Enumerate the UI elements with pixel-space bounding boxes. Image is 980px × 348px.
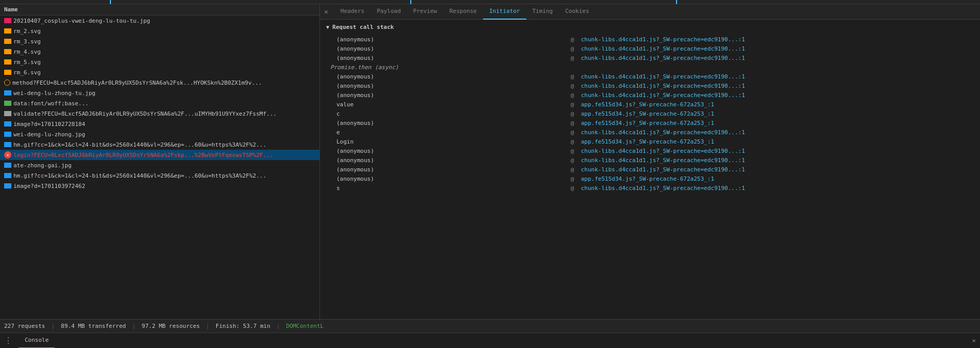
func-name: (anonymous) xyxy=(326,35,569,44)
file-link[interactable]: chunk-libs.d4cca1d1.js?_SW-precache=edc9… xyxy=(579,155,974,165)
list-item[interactable]: hm.gif?cc=1&ck=1&cl=24-bit&ds=2560x1440&… xyxy=(0,139,319,150)
console-close-icon[interactable]: × xyxy=(972,337,976,344)
file-link[interactable]: chunk-libs.d4cca1d1.js?_SW-precache=edc9… xyxy=(579,53,974,62)
file-link[interactable]: app.fe515d34.js?_SW-precache-672a253_:1 xyxy=(579,100,974,109)
at-sign: @ xyxy=(569,72,579,81)
left-panel: Name 20210407_cosplus-vwei-deng-lu-tou-t… xyxy=(0,4,320,319)
func-name: (anonymous) xyxy=(326,174,569,183)
list-item[interactable]: ✕login?FECU=8Lxcf5ADJ6bRiyAr0LR9yUX5DsYr… xyxy=(0,150,319,160)
table-row: c @ app.fe515d34.js?_SW-precache-672a253… xyxy=(326,109,974,118)
list-item[interactable]: 20210407_cosplus-vwei-deng-lu-tou-tu.jpg xyxy=(0,15,319,26)
list-item[interactable]: method?FECU=8Lxcf5ADJ6bRiyAr0LR9yUX5DsYr… xyxy=(0,77,319,88)
sep4: | xyxy=(277,323,280,329)
at-sign: @ xyxy=(569,109,579,118)
file-link[interactable]: chunk-libs.d4cca1d1.js?_SW-precache=edc9… xyxy=(579,146,974,155)
tab-preview[interactable]: Preview xyxy=(407,4,443,20)
table-row: s @ chunk-libs.d4cca1d1.js?_SW-precache=… xyxy=(326,183,974,193)
jpg-icon xyxy=(4,18,11,23)
request-name: ate-zhong-gai.jpg xyxy=(13,162,72,169)
collapse-triangle[interactable]: ▼ xyxy=(326,24,329,30)
func-name: (anonymous) xyxy=(326,81,569,90)
at-sign: @ xyxy=(569,155,579,165)
file-link[interactable]: app.fe515d34.js?_SW-precache-672a253_:1 xyxy=(579,118,974,128)
table-row: e @ chunk-libs.d4cca1d1.js?_SW-precache=… xyxy=(326,128,974,137)
list-item[interactable]: rm_6.svg xyxy=(0,67,319,77)
sep3: | xyxy=(206,323,210,329)
table-row: (anonymous) @ chunk-libs.d4cca1d1.js?_SW… xyxy=(326,72,974,81)
at-sign: @ xyxy=(569,165,579,174)
tab-initiator[interactable]: Initiator xyxy=(483,4,526,20)
table-row: (anonymous) @ chunk-libs.d4cca1d1.js?_SW… xyxy=(326,35,974,44)
func-name: e xyxy=(326,128,569,137)
request-name: validate?FECU=8Lxcf5ADJ6bRiyAr0LR9yUX5Ds… xyxy=(13,110,277,117)
column-header: Name xyxy=(0,4,319,15)
func-name: (anonymous) xyxy=(326,165,569,174)
request-name: rm_3.svg xyxy=(13,38,41,45)
list-item[interactable]: hm.gif?cc=1&ck=1&cl=24-bit&ds=2560x1440&… xyxy=(0,170,319,181)
list-item[interactable]: wei-deng-lu-zhong-tu.jpg xyxy=(0,88,319,98)
console-tab[interactable]: Console xyxy=(19,333,55,349)
request-list[interactable]: 20210407_cosplus-vwei-deng-lu-tou-tu.jpg… xyxy=(0,15,319,319)
gif-icon xyxy=(4,173,11,178)
list-item[interactable]: ate-zhong-gai.jpg xyxy=(0,160,319,170)
tab-cookies[interactable]: Cookies xyxy=(559,4,595,20)
list-item[interactable]: validate?FECU=8Lxcf5ADJ6bRiyAr0LR9yUX5Ds… xyxy=(0,108,319,119)
svg-icon xyxy=(4,70,11,75)
list-item[interactable]: image?d=1701103972462 xyxy=(0,181,319,191)
timeline-marker-1 xyxy=(110,0,111,4)
file-link[interactable]: app.fe515d34.js?_SW-precache-672a253_:1 xyxy=(579,174,974,183)
tab-timing[interactable]: Timing xyxy=(526,4,559,20)
table-row: (anonymous) @ chunk-libs.d4cca1d1.js?_SW… xyxy=(326,165,974,174)
request-name: rm_5.svg xyxy=(13,59,41,66)
file-link[interactable]: chunk-libs.d4cca1d1.js?_SW-precache=edc9… xyxy=(579,128,974,137)
request-name: data:font/woff;base... xyxy=(13,100,89,107)
table-row: (anonymous) @ chunk-libs.d4cca1d1.js?_SW… xyxy=(326,53,974,62)
main-container: Name 20210407_cosplus-vwei-deng-lu-tou-t… xyxy=(0,4,980,319)
js-icon xyxy=(4,80,10,86)
requests-count: 227 requests xyxy=(4,323,45,329)
at-sign: @ xyxy=(569,35,579,44)
request-name: method?FECU=8Lxcf5ADJ6bRiyAr0LR9yUX5DsYr… xyxy=(12,80,262,86)
file-link[interactable]: chunk-libs.d4cca1d1.js?_SW-precache=edc9… xyxy=(579,90,974,100)
domcontent: DOMContentL xyxy=(286,323,324,329)
dots-menu-icon[interactable]: ⋮ xyxy=(4,336,12,345)
tab-bar: ✕ Headers Payload Preview Response Initi… xyxy=(320,4,980,20)
file-link[interactable]: chunk-libs.d4cca1d1.js?_SW-precache=edc9… xyxy=(579,183,974,193)
request-name: wei-deng-lu-zhong-tu.jpg xyxy=(13,90,95,97)
file-link[interactable]: chunk-libs.d4cca1d1.js?_SW-precache=edc9… xyxy=(579,72,974,81)
list-item[interactable]: wei-deng-lu-zhong.jpg xyxy=(0,129,319,139)
list-item[interactable]: data:font/woff;base... xyxy=(0,98,319,108)
table-row: (anonymous) @ app.fe515d34.js?_SW-precac… xyxy=(326,118,974,128)
file-link[interactable]: chunk-libs.d4cca1d1.js?_SW-precache=edc9… xyxy=(579,35,974,44)
file-link[interactable]: chunk-libs.d4cca1d1.js?_SW-precache=edc9… xyxy=(579,44,974,53)
tab-headers[interactable]: Headers xyxy=(334,4,371,20)
tab-payload[interactable]: Payload xyxy=(371,4,407,20)
file-link[interactable]: app.fe515d34.js?_SW-precache-672a253_:1 xyxy=(579,109,974,118)
gif-icon xyxy=(4,142,11,147)
timeline-marker-2 xyxy=(410,0,411,4)
svg-icon xyxy=(4,28,11,34)
at-sign: @ xyxy=(569,183,579,193)
at-sign: @ xyxy=(569,137,579,146)
img-icon xyxy=(4,121,11,126)
list-item[interactable]: rm_2.svg xyxy=(0,26,319,36)
section-title: Request call stack xyxy=(332,24,394,30)
list-item[interactable]: image?d=1701102728184 xyxy=(0,119,319,129)
file-link[interactable]: chunk-libs.d4cca1d1.js?_SW-precache=edc9… xyxy=(579,81,974,90)
list-item[interactable]: rm_5.svg xyxy=(0,57,319,67)
error-icon: ✕ xyxy=(4,151,11,159)
list-item[interactable]: rm_3.svg xyxy=(0,36,319,46)
img-icon xyxy=(4,163,11,168)
async-label: Promise.then (async) xyxy=(326,62,974,72)
func-name: (anonymous) xyxy=(326,53,569,62)
at-sign: @ xyxy=(569,128,579,137)
file-link[interactable]: app.fe515d34.js?_SW-precache-672a253_:1 xyxy=(579,137,974,146)
sep1: | xyxy=(51,323,55,329)
file-link[interactable]: chunk-libs.d4cca1d1.js?_SW-precache=edc9… xyxy=(579,165,974,174)
func-name: Login xyxy=(326,137,569,146)
close-icon[interactable]: ✕ xyxy=(324,8,328,15)
request-name: wei-deng-lu-zhong.jpg xyxy=(13,131,85,138)
timeline-marker-3 xyxy=(676,0,677,4)
list-item[interactable]: rm_4.svg xyxy=(0,46,319,57)
tab-response[interactable]: Response xyxy=(443,4,483,20)
